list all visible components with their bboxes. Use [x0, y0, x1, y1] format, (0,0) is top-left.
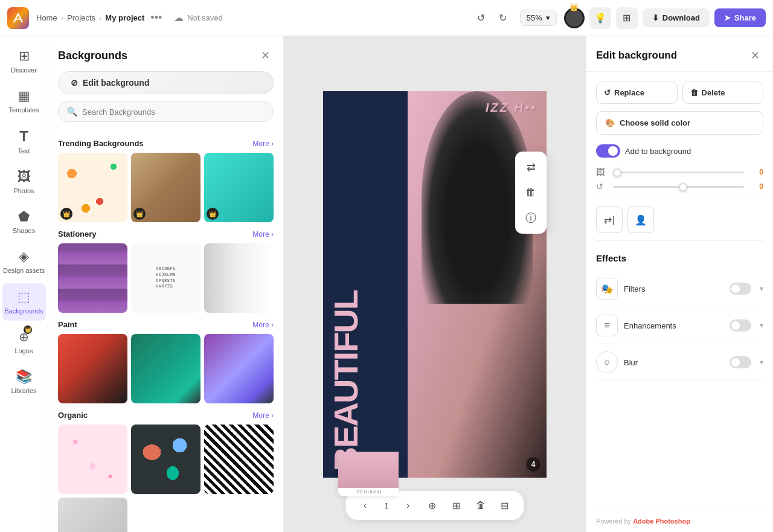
organic-more-link[interactable]: More ›: [252, 411, 274, 420]
breadcrumb-home[interactable]: Home: [36, 13, 57, 22]
organic-section-header: Organic More ›: [58, 411, 274, 420]
prev-page-button[interactable]: ‹: [355, 496, 374, 515]
copy-page-button[interactable]: ⊞: [447, 496, 466, 515]
thumbnail[interactable]: 👑: [58, 153, 127, 222]
slider-1-knob[interactable]: [613, 168, 621, 177]
palette-icon: 🎨: [605, 118, 615, 127]
slider-2-value: 0: [749, 182, 763, 191]
ideas-button[interactable]: 💡: [589, 7, 611, 29]
canvas-wrapper: BEAUTIFUL IZZ H•• ⇄ 🗑 ⓘ: [323, 91, 547, 478]
paint-more-link[interactable]: More ›: [252, 321, 274, 329]
action-buttons: ↺ Replace 🗑 Delete: [596, 82, 763, 104]
page-number: 1: [379, 501, 393, 510]
stationery-more-link[interactable]: More ›: [252, 230, 274, 239]
thumbnail[interactable]: [131, 425, 200, 494]
flip-button[interactable]: ⇄: [519, 155, 543, 179]
add-page-button[interactable]: ⊕: [423, 496, 442, 515]
app-logo[interactable]: [7, 7, 29, 29]
rotate-icon: ↺: [596, 182, 608, 191]
save-status: ☁ Not saved: [174, 12, 223, 24]
add-to-bg-toggle[interactable]: [596, 144, 620, 158]
grid-button[interactable]: ⊞: [616, 7, 638, 29]
sidebar-item-templates[interactable]: ▦ Templates: [2, 82, 46, 120]
sidebar-item-text[interactable]: T Text: [2, 122, 46, 161]
thumbnail[interactable]: [58, 334, 127, 403]
thumbnail[interactable]: 👑: [131, 153, 200, 222]
enhancements-toggle[interactable]: [730, 319, 751, 332]
crown-badge: 👑: [60, 208, 72, 220]
blur-toggle-knob: [731, 358, 740, 367]
zoom-control[interactable]: 55% ▾: [520, 10, 557, 26]
thumbnail[interactable]: [204, 243, 274, 313]
enhancements-expand-icon[interactable]: ▾: [760, 321, 763, 330]
powered-by: Powered by Adobe Photoshop: [586, 510, 773, 532]
sidebar-item-design-assets[interactable]: ◈ Design assets: [2, 243, 46, 281]
redo-button[interactable]: ↻: [493, 8, 513, 28]
thumbnail[interactable]: [58, 425, 127, 494]
sidebar-item-shapes[interactable]: ⬟ Shapes: [2, 203, 46, 240]
person-bg-button[interactable]: 👤: [627, 207, 654, 233]
replace-button[interactable]: ↺ Replace: [596, 82, 678, 104]
search-input[interactable]: [82, 107, 265, 117]
delete-button[interactable]: 🗑 Delete: [682, 82, 764, 104]
share-button[interactable]: ➤ Share: [714, 8, 766, 27]
shapes-icon: ⬟: [18, 209, 30, 225]
filters-toggle[interactable]: [730, 283, 751, 295]
mirror-button[interactable]: ⇄|: [596, 207, 623, 233]
breadcrumb-more[interactable]: •••: [150, 11, 162, 24]
thumbnail[interactable]: [58, 498, 127, 532]
right-panel-body: ↺ Replace 🗑 Delete 🎨 Choose solid color …: [586, 72, 773, 510]
share-icon: ➤: [724, 13, 731, 22]
canvas-design[interactable]: BEAUTIFUL IZZ H••: [323, 91, 547, 478]
download-button[interactable]: ⬇ Download: [643, 8, 710, 27]
blur-toggle[interactable]: [730, 356, 751, 368]
slider-2-knob[interactable]: [679, 183, 687, 191]
blur-expand-icon[interactable]: ▾: [760, 358, 763, 367]
search-box: 🔍: [58, 101, 274, 122]
thumbnail[interactable]: [204, 425, 274, 494]
right-panel-close-button[interactable]: ✕: [746, 47, 763, 64]
sidebar-item-logos[interactable]: ⊕ 👑 Logos: [2, 323, 46, 361]
design-assets-icon: ◈: [19, 249, 29, 264]
sidebar-item-photos[interactable]: 🖼 Photos: [2, 163, 46, 200]
thumbnail[interactable]: [58, 243, 127, 313]
grid-view-button[interactable]: ⊟: [495, 496, 515, 515]
discover-icon: ⊞: [19, 48, 30, 64]
thumbnail[interactable]: [131, 334, 200, 403]
slider-2-track[interactable]: [613, 186, 744, 188]
avatar[interactable]: 👑: [564, 8, 585, 28]
blur-label: Blur: [624, 358, 723, 367]
panel-close-button[interactable]: ✕: [257, 47, 274, 64]
next-page-button[interactable]: ›: [399, 496, 418, 515]
breadcrumb-projects[interactable]: Projects: [67, 13, 95, 22]
edit-background-button[interactable]: ⊘ Edit background: [58, 71, 274, 94]
thumbnail[interactable]: 👑: [204, 153, 274, 222]
trending-section-header: Trending Backgrounds More ›: [58, 139, 274, 148]
enhancements-row: ≡ Enhancements ▾: [596, 307, 763, 344]
slider-1-track[interactable]: [613, 171, 744, 173]
effects-section: Effects 🎭 Filters ▾ ≡ Enhancements ▾: [596, 253, 763, 381]
slider-row-2: ↺ 0: [596, 182, 763, 191]
text-icon: T: [19, 128, 28, 145]
thumbnail[interactable]: [204, 334, 274, 403]
undo-button[interactable]: ↺: [472, 8, 491, 28]
trending-more-link[interactable]: More ›: [252, 139, 274, 148]
sidebar-item-libraries[interactable]: 📚 Libraries: [2, 363, 46, 400]
sidebar-item-backgrounds[interactable]: ⬚ Backgrounds: [2, 283, 46, 321]
delete-page-button[interactable]: 🗑: [471, 496, 490, 515]
info-button[interactable]: ⓘ: [519, 206, 543, 230]
canvas-vertical-text: BEAUTIFUL: [329, 290, 402, 471]
delete-button[interactable]: 🗑: [519, 181, 543, 205]
topbar-actions: 👑 💡 ⊞ ⬇ Download ➤ Share: [564, 7, 766, 29]
undo-redo-group: ↺ ↻: [472, 8, 513, 28]
thumbnail[interactable]: ABCDEFGHIJKLMNOPQRSTUVWXYZ&: [131, 243, 200, 313]
main-layout: ⊞ Discover ▦ Templates T Text 🖼 Photos ⬟…: [0, 36, 773, 532]
slider-1-value: 0: [749, 168, 763, 176]
filters-expand-icon[interactable]: ▾: [760, 284, 763, 293]
filters-icon: 🎭: [596, 278, 618, 300]
choose-solid-color-button[interactable]: 🎨 Choose solid color: [596, 111, 763, 135]
filters-row: 🎭 Filters ▾: [596, 271, 763, 307]
sidebar-item-discover[interactable]: ⊞ Discover: [2, 42, 46, 80]
panel-title: Backgrounds: [58, 50, 127, 62]
toggle-knob: [608, 146, 618, 156]
